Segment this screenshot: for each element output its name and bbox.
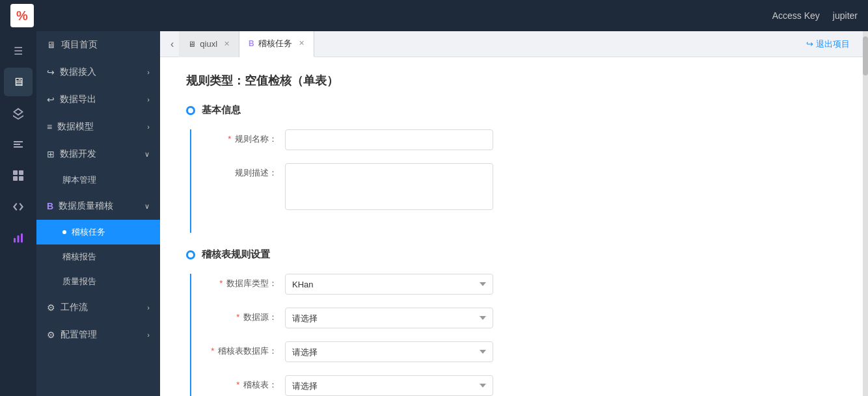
tab-qiuxl[interactable]: 🖥 qiuxl ✕ [179,31,239,57]
sidebar-item-config[interactable]: ⚙ 配置管理 › [36,321,160,349]
form-label-auditdb: * 稽核表数据库： [207,341,285,357]
tab-collapse-btn[interactable]: ‹ [165,38,179,50]
required-star-auditdb: * [211,346,214,356]
tabs-bar: ‹ 🖥 qiuxl ✕ B 稽核任务 ✕ ↪ 退出项目 [160,31,863,57]
datadev-arrow: ∨ [144,150,150,159]
sidebar-item-workflow[interactable]: ⚙ 工作流 › [36,294,160,321]
username-display[interactable]: jupiter [833,10,858,21]
config-arrow: › [147,331,150,339]
datamodel-arrow: › [147,123,150,131]
svg-rect-3 [19,176,23,181]
sidebar-item-home[interactable]: 🖥 项目首页 [36,31,160,59]
workflow-label: 工作流 [61,302,88,313]
sidebar-icon-datain[interactable] [4,99,33,127]
sidebar-item-audit-report[interactable]: 稽核报告 [36,244,160,269]
form-label-audittable: * 稽核表： [207,375,285,391]
header: % Access Key jupiter [0,0,868,31]
sidebar-nav: 🖥 项目首页 ↪ 数据接入 › ↩ 数据导出 › ≡ 数据模型 [36,31,160,396]
svg-rect-5 [18,235,20,243]
quality-label: 数据质量稽核 [59,200,113,212]
config-icon: ⚙ [47,330,55,340]
datain-label: 数据接入 [60,66,96,78]
audit-task-dot [62,230,66,234]
form-row-audittable: * 稽核表： 请选择 [207,375,837,396]
home-label: 项目首页 [61,39,98,51]
tabs-right: ↪ 退出项目 [806,38,858,50]
datamodel-label: 数据模型 [57,121,94,133]
header-right: Access Key jupiter [772,10,858,21]
sidebar-icon-quality[interactable] [4,224,33,252]
script-label: 脚本管理 [62,174,96,186]
main-container: ☰ 🖥 🖥 项目首页 ↪ 数据接入 [0,31,868,396]
audit-report-label: 稽核报告 [62,251,96,263]
section-rule-settings: 稽核表规则设置 * 数据库类型： KHan MySQL PostgreSQL [186,248,837,396]
logo: % [10,4,34,27]
datamodel-icon: ≡ [47,122,52,132]
sidebar-icon-hamburger[interactable]: ☰ [4,36,33,65]
workflow-icon: ⚙ [47,302,55,313]
tab-audit-close[interactable]: ✕ [299,39,305,47]
config-label: 配置管理 [61,329,97,341]
quality-icon: B [47,201,53,211]
form-row-desc: 规则描述： [207,163,837,212]
section-basic-body: * 规则名称： 规则描述： [190,129,837,233]
sidebar-item-dataout[interactable]: ↩ 数据导出 › [36,86,160,113]
exit-icon: ↪ [806,39,813,49]
rule-desc-textarea[interactable] [285,163,493,210]
quality-report-label: 质量报告 [62,276,96,287]
svg-rect-0 [13,170,18,175]
section-basic-info: 基本信息 * 规则名称： [186,104,837,233]
form-row-auditdb: * 稽核表数据库： 请选择 [207,341,837,362]
page-title: 规则类型：空值检核（单表） [186,73,837,88]
audittable-select[interactable]: 请选择 [285,375,493,396]
required-star-audittable: * [236,380,239,389]
sidebar-item-script[interactable]: 脚本管理 [36,168,160,192]
datasource-select[interactable]: 请选择 [285,308,493,328]
right-scrollbar[interactable] [863,31,868,396]
tabs-left: ‹ 🖥 qiuxl ✕ B 稽核任务 ✕ [165,31,314,57]
tab-audit-label: 稽核任务 [258,38,292,49]
dbtype-select[interactable]: KHan MySQL PostgreSQL [285,274,493,295]
tab-qiuxl-close[interactable]: ✕ [224,40,230,48]
dataout-icon: ↩ [47,94,55,105]
scrollbar-thumb [863,36,868,75]
audit-task-label: 稽核任务 [72,226,105,238]
sidebar-icon-monitor[interactable]: 🖥 [4,68,33,96]
auditdb-select[interactable]: 请选择 [285,341,493,362]
sidebar-item-audit-task[interactable]: 稽核任务 [36,220,160,244]
datadev-icon: ⊞ [47,149,55,159]
sidebar-icon-dataout[interactable] [4,130,33,159]
sidebar-icon-datamodel[interactable] [4,161,33,190]
section-basic-header: 基本信息 [186,104,837,116]
home-icon: 🖥 [47,40,56,50]
section-rule-header: 稽核表规则设置 [186,248,837,261]
section-rule-dot [186,250,195,259]
datadev-label: 数据开发 [60,148,96,160]
sidebar-item-datamodel[interactable]: ≡ 数据模型 › [36,113,160,140]
access-key-link[interactable]: Access Key [772,10,820,21]
sidebar-item-datadev[interactable]: ⊞ 数据开发 ∨ [36,140,160,168]
section-rule-body: * 数据库类型： KHan MySQL PostgreSQL * [190,274,837,396]
tab-audit-task[interactable]: B 稽核任务 ✕ [239,31,314,57]
dataout-arrow: › [147,96,150,103]
content-area: ‹ 🖥 qiuxl ✕ B 稽核任务 ✕ ↪ 退出项目 [160,31,863,396]
svg-rect-6 [21,233,23,243]
section-basic-title: 基本信息 [202,104,241,116]
required-star-name: * [228,134,231,144]
form-row-dbtype: * 数据库类型： KHan MySQL PostgreSQL [207,274,837,295]
tab-audit-icon: B [249,39,254,48]
tab-qiuxl-icon: 🖥 [188,40,196,49]
exit-project-btn[interactable]: ↪ 退出项目 [806,38,850,50]
rule-name-input[interactable] [285,129,493,150]
sidebar-item-datain[interactable]: ↪ 数据接入 › [36,59,160,86]
svg-rect-4 [14,238,16,243]
workflow-arrow: › [147,304,150,311]
sidebar-item-quality-report[interactable]: 质量报告 [36,269,160,294]
sidebar-item-quality[interactable]: B 数据质量稽核 ∨ [36,192,160,220]
sidebar-icon-datadev[interactable] [4,192,33,221]
section-basic-dot [186,106,195,115]
sidebar-icons: ☰ 🖥 [0,31,36,396]
quality-arrow: ∨ [144,202,150,211]
form-row-datasource: * 数据源： 请选择 [207,308,837,328]
form-label-datasource: * 数据源： [207,308,285,323]
